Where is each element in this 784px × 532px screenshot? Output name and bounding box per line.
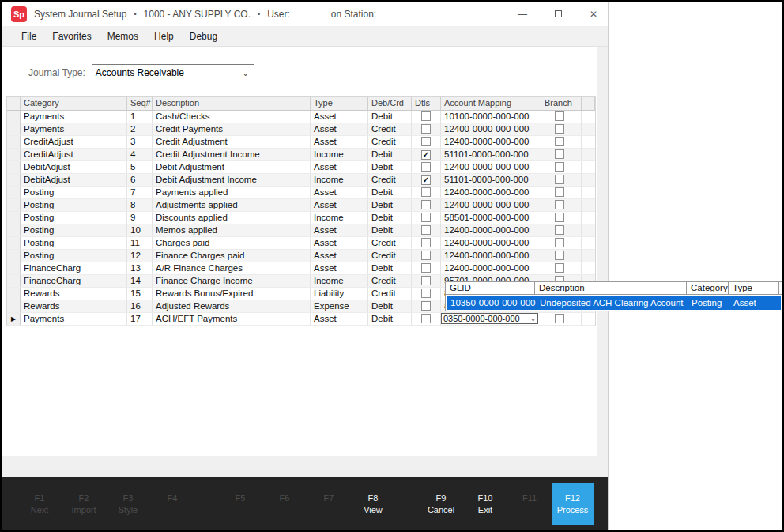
description-cell[interactable]: Adjusted Rewards xyxy=(153,300,311,312)
category-cell[interactable]: Payments xyxy=(21,313,127,325)
description-cell[interactable]: Credit Payments xyxy=(153,123,311,135)
category-cell[interactable]: Posting xyxy=(21,187,127,198)
debcrd-cell[interactable]: Credit xyxy=(368,174,412,186)
description-cell[interactable]: Rewards Bonus/Expired xyxy=(153,288,311,300)
type-cell[interactable]: Asset xyxy=(311,123,368,135)
dtls-checkbox[interactable] xyxy=(421,137,431,146)
account-mapping-cell[interactable]: 58501-0000-000-000 xyxy=(441,212,541,224)
description-cell[interactable]: Memos applied xyxy=(153,224,311,236)
dtls-checkbox[interactable] xyxy=(421,162,431,172)
table-row[interactable]: CreditAdjust4Credit Adjustment IncomeInc… xyxy=(7,149,595,161)
debcrd-cell[interactable]: Debit xyxy=(368,111,412,123)
category-cell[interactable]: Rewards xyxy=(21,300,127,312)
branch-checkbox[interactable] xyxy=(555,149,564,159)
description-cell[interactable]: Discounts applied xyxy=(153,212,311,224)
category-cell[interactable]: DebitAdjust xyxy=(21,174,127,186)
category-cell[interactable]: CreditAdjust xyxy=(21,136,127,148)
dtls-checkbox[interactable] xyxy=(421,213,431,222)
table-row[interactable]: Posting11Charges paidAssetCredit12400-00… xyxy=(7,237,595,250)
fn-key-f3[interactable]: F3Style xyxy=(106,483,150,525)
type-cell[interactable]: Expense xyxy=(311,300,368,312)
category-cell[interactable]: Rewards xyxy=(21,288,127,300)
seq-cell[interactable]: 11 xyxy=(127,237,153,249)
debcrd-cell[interactable]: Credit xyxy=(368,275,412,287)
seq-cell[interactable]: 5 xyxy=(127,161,153,173)
category-cell[interactable]: FinanceCharg xyxy=(21,262,127,274)
type-cell[interactable]: Income xyxy=(311,212,368,224)
account-mapping-cell[interactable]: 12400-0000-000-000 xyxy=(441,161,541,173)
fn-key-f1[interactable]: F1Next xyxy=(17,483,62,525)
row-selector-cell[interactable] xyxy=(7,136,21,148)
table-row[interactable]: Posting10Memos appliedAssetDebit12400-00… xyxy=(7,224,595,237)
seq-cell[interactable]: 8 xyxy=(127,199,153,211)
seq-cell[interactable]: 7 xyxy=(127,187,153,198)
menu-item-favorites[interactable]: Favorites xyxy=(44,26,99,46)
category-cell[interactable]: Posting xyxy=(21,237,127,249)
branch-checkbox[interactable] xyxy=(555,162,564,172)
seq-cell[interactable]: 15 xyxy=(127,288,153,300)
fn-key-f9[interactable]: F9Cancel xyxy=(419,483,463,525)
menu-item-file[interactable]: File xyxy=(13,26,44,46)
dtls-checkbox[interactable] xyxy=(421,238,431,247)
fn-key-f4[interactable]: F4 xyxy=(150,483,194,525)
fn-key-f11[interactable]: F11 xyxy=(507,483,552,525)
type-cell[interactable]: Asset xyxy=(311,187,368,198)
debcrd-cell[interactable]: Debit xyxy=(368,199,412,211)
seq-cell[interactable]: 10 xyxy=(127,224,153,236)
description-cell[interactable]: Cash/Checks xyxy=(153,111,311,123)
description-cell[interactable]: Credit Adjustment xyxy=(153,136,311,148)
table-row[interactable]: DebitAdjust6Debit Adjustment IncomeIncom… xyxy=(7,174,595,187)
description-cell[interactable]: Debit Adjustment Income xyxy=(153,174,311,186)
account-mapping-cell[interactable]: 10100-0000-000-000 xyxy=(441,111,541,123)
branch-checkbox[interactable] xyxy=(555,314,564,323)
fn-key-f2[interactable]: F2Import xyxy=(62,483,106,525)
account-mapping-cell[interactable]: 51101-0000-000-000 xyxy=(441,149,541,160)
row-selector-cell[interactable] xyxy=(7,174,21,186)
row-selector-cell[interactable] xyxy=(7,123,21,135)
account-mapping-cell[interactable]: 12400-0000-000-000 xyxy=(441,237,541,249)
seq-cell[interactable]: 3 xyxy=(127,136,153,148)
table-row[interactable]: FinanceCharg13A/R Finance ChargesAssetDe… xyxy=(7,262,595,275)
fn-key-f6[interactable]: F6 xyxy=(262,483,307,525)
row-selector-cell[interactable] xyxy=(7,250,21,262)
dtls-checkbox[interactable]: ✓ xyxy=(421,150,431,160)
table-row[interactable]: ▶Payments17ACH/EFT PaymentsAssetDebit035… xyxy=(7,313,595,326)
account-mapping-combobox[interactable]: 0350-0000-000-000⌄ xyxy=(441,313,538,324)
category-cell[interactable]: Payments xyxy=(21,123,127,135)
seq-cell[interactable]: 17 xyxy=(127,313,153,325)
debcrd-cell[interactable]: Debit xyxy=(368,300,412,312)
seq-cell[interactable]: 13 xyxy=(127,262,153,274)
row-selector-cell[interactable] xyxy=(7,199,21,211)
dtls-checkbox[interactable]: ✓ xyxy=(421,175,431,185)
debcrd-cell[interactable]: Debit xyxy=(368,313,412,325)
type-cell[interactable]: Asset xyxy=(311,262,368,274)
fn-key-f8[interactable]: F8View xyxy=(351,483,395,525)
seq-cell[interactable]: 9 xyxy=(127,212,153,224)
table-row[interactable]: Posting8Adjustments appliedAssetDebit124… xyxy=(7,199,595,212)
row-selector-cell[interactable]: ▶ xyxy=(7,313,21,325)
account-mapping-cell[interactable]: 12400-0000-000-000 xyxy=(441,262,541,274)
debcrd-cell[interactable]: Credit xyxy=(368,237,412,249)
gl-dropdown-row[interactable]: 10350-0000-000-000Undeposited ACH Cleari… xyxy=(447,296,781,310)
menu-item-help[interactable]: Help xyxy=(146,26,182,46)
branch-checkbox[interactable] xyxy=(555,175,564,184)
row-selector-cell[interactable] xyxy=(7,161,21,173)
debcrd-cell[interactable]: Credit xyxy=(368,136,412,148)
dtls-checkbox[interactable] xyxy=(421,314,431,323)
fn-key-f12[interactable]: F12Process xyxy=(552,483,594,525)
debcrd-cell[interactable]: Debit xyxy=(368,187,412,198)
dtls-checkbox[interactable] xyxy=(421,187,431,197)
account-mapping-cell[interactable]: 12400-0000-000-000 xyxy=(441,224,541,236)
category-cell[interactable]: Posting xyxy=(21,199,127,211)
branch-checkbox[interactable] xyxy=(555,263,564,273)
account-mapping-cell[interactable]: 0350-0000-000-000⌄ xyxy=(441,313,541,325)
description-cell[interactable]: A/R Finance Charges xyxy=(153,262,311,274)
description-cell[interactable]: Charges paid xyxy=(153,237,311,249)
account-mapping-cell[interactable]: 12400-0000-000-000 xyxy=(441,199,541,211)
dtls-checkbox[interactable] xyxy=(421,200,431,209)
dtls-checkbox[interactable] xyxy=(421,301,431,311)
account-mapping-cell[interactable]: 12400-0000-000-000 xyxy=(441,187,541,198)
seq-cell[interactable]: 2 xyxy=(127,123,153,135)
type-cell[interactable]: Asset xyxy=(311,136,368,148)
seq-cell[interactable]: 4 xyxy=(127,149,153,160)
